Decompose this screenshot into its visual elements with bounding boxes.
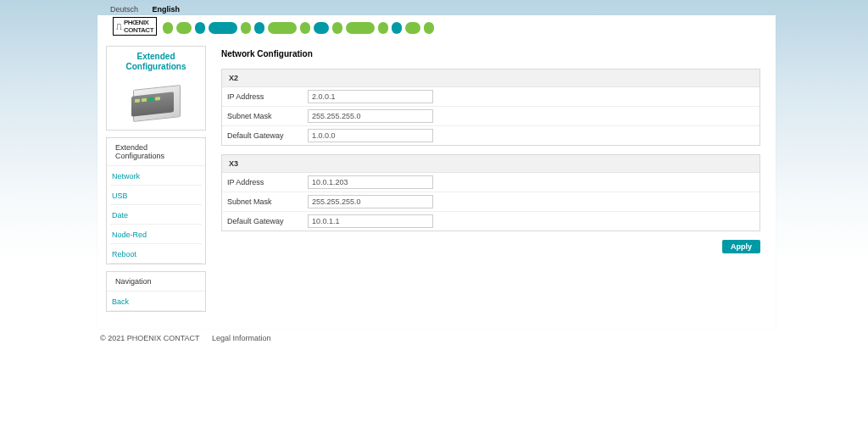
sidebar-nav-box: Extended Configurations Network USB Date…	[106, 137, 206, 264]
x2-gw-label: Default Gateway	[227, 131, 308, 140]
x3-mask-label: Subnet Mask	[227, 197, 308, 206]
x3-mask-input[interactable]	[308, 195, 433, 208]
logo: ⎍ PHŒNIX CONTACT	[113, 17, 157, 36]
main-container: ⎍ PHŒNIX CONTACT Extended Configura	[97, 15, 776, 329]
sidebar-section-title-1: Extended Configurations	[107, 138, 205, 166]
footer-copyright: © 2021 PHOENIX CONTACT	[100, 334, 200, 342]
x2-ip-label: IP Address	[227, 92, 308, 101]
footer-legal-link[interactable]: Legal Information	[212, 334, 271, 342]
sidebar-item-network[interactable]: Network	[112, 172, 140, 181]
sidebar-header-box: Extended Configurations	[106, 46, 206, 131]
sidebar-nav2-box: Navigation Back	[106, 271, 206, 312]
x2-gw-input[interactable]	[308, 129, 433, 142]
x3-header: X3	[222, 155, 760, 173]
main-panel: Network Configuration X2 IP Address Subn…	[221, 46, 760, 319]
sidebar-title-1: Extended	[136, 52, 175, 61]
sidebar-section-title-2: Navigation	[107, 272, 205, 292]
device-image	[126, 79, 186, 123]
x3-gw-input[interactable]	[308, 214, 433, 228]
sidebar-item-usb[interactable]: USB	[112, 192, 128, 200]
logo-line2: CONTACT	[124, 26, 153, 34]
sidebar: Extended Configurations Extended Configu…	[106, 46, 206, 319]
footer: © 2021 PHOENIX CONTACT Legal Information	[100, 329, 868, 342]
decorative-blobs	[163, 22, 434, 34]
sidebar-title-2: Configurations	[125, 62, 186, 71]
x2-mask-input[interactable]	[308, 109, 433, 123]
header-banner: ⎍ PHŒNIX CONTACT	[97, 15, 776, 37]
logo-line1: PHŒNIX	[124, 19, 153, 26]
x2-ip-input[interactable]	[308, 90, 433, 103]
x3-ip-label: IP Address	[227, 178, 308, 186]
lang-deutsch[interactable]: Deutsch	[110, 5, 138, 14]
sidebar-item-nodered[interactable]: Node-Red	[112, 231, 147, 239]
lang-english[interactable]: English	[153, 5, 181, 14]
sidebar-item-date[interactable]: Date	[112, 211, 128, 220]
apply-button[interactable]: Apply	[722, 240, 760, 253]
interface-x2: X2 IP Address Subnet Mask Default Gatewa…	[221, 69, 760, 146]
x2-header: X2	[222, 69, 760, 87]
page-title: Network Configuration	[221, 46, 760, 69]
x3-ip-input[interactable]	[308, 175, 433, 189]
sidebar-item-reboot[interactable]: Reboot	[112, 250, 136, 258]
logo-icon: ⎍	[116, 23, 122, 31]
x3-gw-label: Default Gateway	[227, 217, 308, 225]
sidebar-item-back[interactable]: Back	[112, 297, 129, 306]
interface-x3: X3 IP Address Subnet Mask Default Gatewa…	[221, 154, 760, 231]
language-bar: Deutsch English	[110, 5, 868, 14]
x2-mask-label: Subnet Mask	[227, 112, 308, 120]
